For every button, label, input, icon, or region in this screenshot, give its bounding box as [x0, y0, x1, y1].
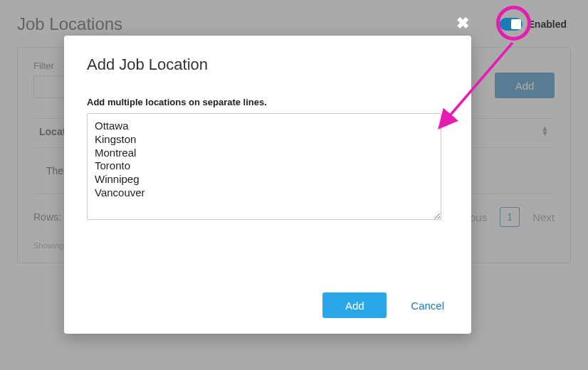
- modal-add-button[interactable]: Add: [322, 292, 387, 318]
- modal-cancel-button[interactable]: Cancel: [406, 299, 448, 312]
- modal-instruction: Add multiple locations on separate lines…: [87, 97, 448, 107]
- add-location-modal: Add Job Location Add multiple locations …: [64, 36, 471, 334]
- close-icon[interactable]: ✖: [456, 16, 469, 31]
- enabled-toggle-label: Enabled: [528, 18, 567, 30]
- enabled-toggle[interactable]: [500, 18, 523, 31]
- locations-textarea[interactable]: [87, 113, 441, 220]
- modal-title: Add Job Location: [87, 56, 448, 74]
